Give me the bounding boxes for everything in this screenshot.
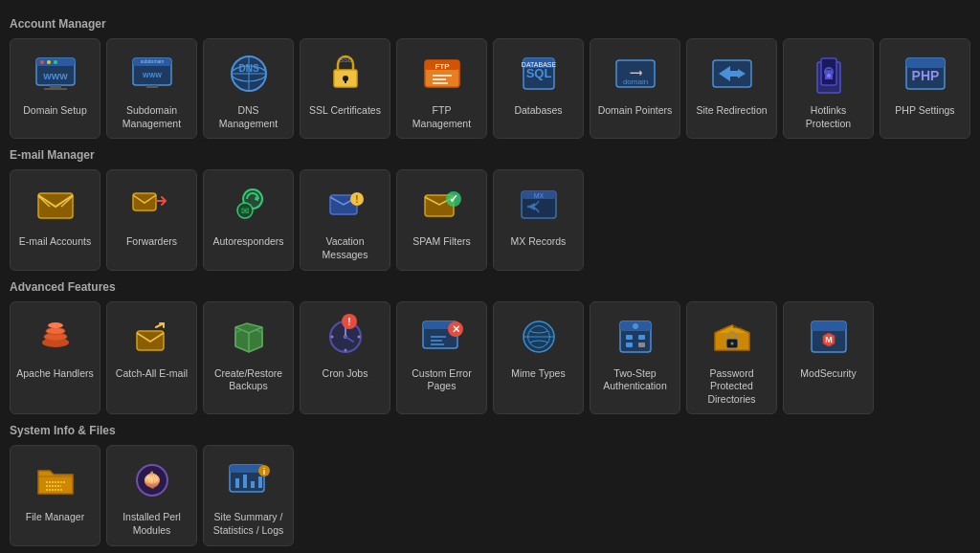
card-password-protected-directories[interactable]: *** Password Protected Directories bbox=[686, 301, 777, 415]
svg-rect-89 bbox=[638, 343, 645, 347]
svg-rect-12 bbox=[146, 85, 158, 88]
svg-text:SQL: SQL bbox=[525, 66, 551, 80]
card-ftp-management[interactable]: FTP FTP Management bbox=[396, 38, 487, 139]
card-hotlinks-protection[interactable]: Hotlinks Protection bbox=[783, 38, 874, 139]
label-databases: Databases bbox=[514, 104, 562, 118]
card-create-restore-backups[interactable]: Create/Restore Backups bbox=[203, 301, 294, 415]
icon-two-step-authentication bbox=[612, 314, 658, 360]
section-advanced-features: Advanced Features Apache Handlers Catch-… bbox=[10, 280, 970, 415]
svg-point-69 bbox=[344, 348, 346, 351]
card-domain-pointers[interactable]: ⟶ domain Domain Pointers bbox=[590, 38, 680, 139]
section-title-account-manager: Account Manager bbox=[10, 17, 970, 31]
svg-point-70 bbox=[330, 335, 333, 338]
card-php-settings[interactable]: PHP PHP Settings bbox=[880, 38, 970, 139]
label-domain-pointers: Domain Pointers bbox=[598, 104, 673, 118]
icon-subdomain-management: subdomain WWW bbox=[129, 51, 175, 97]
svg-rect-86 bbox=[626, 335, 633, 340]
icon-grid-account-manager: WWW Domain Setup subdomain WWW Subdomain… bbox=[10, 38, 970, 139]
icon-site-redirection bbox=[709, 51, 755, 97]
card-forwarders[interactable]: Forwarders bbox=[106, 169, 197, 270]
icon-mx-records: MX bbox=[516, 182, 562, 228]
svg-point-61 bbox=[48, 322, 63, 328]
svg-point-2 bbox=[40, 60, 44, 64]
card-dns-management[interactable]: DNS DNS Management bbox=[203, 38, 294, 139]
label-two-step-authentication: Two-Step Authentication bbox=[596, 367, 674, 393]
label-mime-types: Mime Types bbox=[511, 367, 565, 381]
label-ssl-certificates: SSL Certificates bbox=[309, 104, 381, 118]
icon-create-restore-backups bbox=[226, 314, 272, 360]
svg-point-4 bbox=[54, 60, 57, 64]
section-title-system-info: System Info & Files bbox=[10, 424, 970, 437]
label-site-redirection: Site Redirection bbox=[696, 104, 767, 118]
svg-rect-41 bbox=[906, 58, 945, 68]
label-cron-jobs: Cron Jobs bbox=[323, 367, 368, 381]
icon-catch-all-email bbox=[129, 314, 175, 360]
label-vacation-messages: Vacation Messages bbox=[306, 235, 384, 261]
label-file-manager: File Manager bbox=[26, 511, 84, 524]
card-modsecurity[interactable]: M ModSecurity bbox=[783, 301, 874, 415]
icon-password-protected-directories: *** bbox=[709, 314, 755, 360]
section-title-advanced-features: Advanced Features bbox=[10, 280, 970, 294]
card-vacation-messages[interactable]: ! Vacation Messages bbox=[300, 169, 390, 270]
section-system-info: System Info & Files File Manager 🧅 Insta… bbox=[10, 424, 970, 545]
icon-installed-perl-modules: 🧅 bbox=[129, 457, 175, 503]
icon-ftp-management: FTP bbox=[419, 51, 465, 97]
svg-text:!: ! bbox=[355, 194, 358, 205]
icon-databases: SQL DATABASE bbox=[516, 51, 562, 97]
svg-rect-7 bbox=[44, 88, 67, 90]
icon-dns-management: DNS bbox=[226, 51, 272, 97]
card-mx-records[interactable]: MX MX Records bbox=[493, 169, 584, 270]
svg-text:M: M bbox=[825, 335, 833, 344]
card-autoresponders[interactable]: ✉ Autoresponders bbox=[203, 169, 294, 270]
card-catch-all-email[interactable]: Catch-All E-mail bbox=[106, 301, 197, 415]
svg-text:🧅: 🧅 bbox=[143, 471, 162, 489]
card-subdomain-management[interactable]: subdomain WWW Subdomain Management bbox=[106, 38, 197, 139]
label-php-settings: PHP Settings bbox=[895, 104, 954, 118]
icon-domain-setup: WWW bbox=[33, 51, 78, 97]
svg-text:✉: ✉ bbox=[241, 206, 249, 216]
svg-rect-87 bbox=[638, 335, 645, 340]
icon-grid-email-manager: E-mail Accounts Forwarders ✉ Autorespond… bbox=[10, 169, 970, 270]
svg-rect-103 bbox=[235, 478, 239, 488]
card-databases[interactable]: SQL DATABASE Databases bbox=[493, 38, 584, 139]
svg-point-71 bbox=[357, 335, 360, 338]
card-email-accounts[interactable]: E-mail Accounts bbox=[10, 169, 100, 270]
label-create-restore-backups: Create/Restore Backups bbox=[210, 367, 287, 393]
label-password-protected-directories: Password Protected Directories bbox=[693, 367, 770, 407]
icon-custom-error-pages: ✕ bbox=[419, 314, 465, 360]
label-subdomain-management: Subdomain Management bbox=[113, 104, 190, 130]
icon-hotlinks-protection bbox=[806, 51, 852, 97]
svg-text:MX: MX bbox=[533, 192, 544, 199]
icon-email-accounts bbox=[33, 182, 78, 228]
svg-text:FTP: FTP bbox=[434, 62, 450, 71]
label-hotlinks-protection: Hotlinks Protection bbox=[790, 104, 867, 130]
svg-point-39 bbox=[827, 74, 831, 77]
svg-rect-20 bbox=[345, 78, 346, 83]
icon-php-settings: PHP bbox=[902, 51, 948, 97]
svg-text:⟶: ⟶ bbox=[629, 68, 641, 77]
icon-site-summary-statistics-logs: i bbox=[226, 457, 272, 503]
card-mime-types[interactable]: Mime Types bbox=[493, 301, 584, 415]
card-domain-setup[interactable]: WWW Domain Setup bbox=[10, 38, 100, 139]
card-installed-perl-modules[interactable]: 🧅 Installed Perl Modules bbox=[106, 445, 197, 545]
icon-domain-pointers: ⟶ domain bbox=[612, 51, 658, 97]
icon-autoresponders: ✉ bbox=[226, 182, 272, 228]
card-file-manager[interactable]: File Manager bbox=[10, 445, 100, 545]
label-forwarders: Forwarders bbox=[126, 235, 177, 249]
svg-rect-44 bbox=[133, 193, 156, 210]
card-cron-jobs[interactable]: ! Cron Jobs bbox=[300, 301, 390, 415]
card-site-summary-statistics-logs[interactable]: i Site Summary / Statistics / Logs bbox=[203, 445, 294, 545]
card-two-step-authentication[interactable]: Two-Step Authentication bbox=[590, 301, 680, 415]
card-apache-handlers[interactable]: Apache Handlers bbox=[10, 301, 100, 415]
card-ssl-certificates[interactable]: SSL SSL Certificates bbox=[300, 38, 390, 139]
svg-text:***: *** bbox=[732, 323, 743, 333]
svg-text:i: i bbox=[262, 467, 265, 476]
card-site-redirection[interactable]: Site Redirection bbox=[686, 38, 777, 139]
card-custom-error-pages[interactable]: ✕ Custom Error Pages bbox=[396, 301, 487, 415]
label-installed-perl-modules: Installed Perl Modules bbox=[113, 511, 190, 537]
svg-point-85 bbox=[633, 323, 638, 329]
card-spam-filters[interactable]: ✓ SPAM Filters bbox=[396, 169, 487, 270]
icon-forwarders bbox=[129, 182, 175, 228]
svg-point-91 bbox=[730, 342, 733, 344]
icon-apache-handlers bbox=[33, 314, 78, 360]
